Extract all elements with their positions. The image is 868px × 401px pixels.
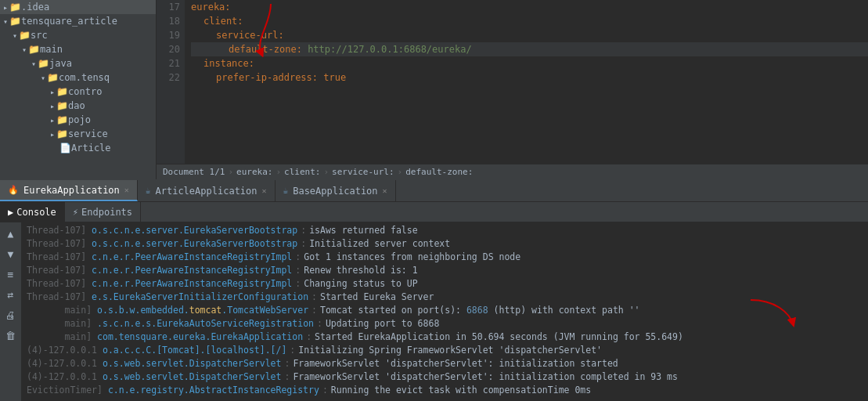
sidebar-item-label: tensquare_article xyxy=(21,16,117,27)
log-separator: : xyxy=(322,384,328,397)
log-message: Initialized server context xyxy=(309,237,450,251)
log-line: EvictionTimer] c.n.e.registry.AbstractIn… xyxy=(22,384,868,397)
sidebar-item-label: com.tensq xyxy=(59,72,110,83)
yaml-key: eureka: xyxy=(191,2,231,13)
sidebar-item-label: service xyxy=(68,128,108,139)
collapse-arrow xyxy=(13,31,17,40)
collapse-arrow xyxy=(50,88,55,96)
log-line: Thread-107] c.n.e.r.PeerAwareInstanceReg… xyxy=(22,277,868,291)
log-line: main] .s.c.n.e.s.EurekaAutoServiceRegist… xyxy=(22,317,868,331)
tab-bar: 🔥 EurekaApplication ✕ ☕ ArticleApplicati… xyxy=(0,180,868,202)
log-message: Initializing Spring FrameworkServlet 'di… xyxy=(298,344,602,357)
log-message: Started Eureka Server xyxy=(320,291,434,304)
sidebar-item-idea[interactable]: 📁 .idea xyxy=(0,0,156,14)
tab-close-eureka[interactable]: ✕ xyxy=(124,186,129,194)
collapse-arrow xyxy=(31,60,36,68)
scroll-down-button[interactable]: ▼ xyxy=(3,246,19,262)
log-line-tomcat: main] o.s.b.w.embedded.tomcat.TomcatWebS… xyxy=(22,304,868,317)
log-class: c.n.e.registry.AbstractInstanceRegistry xyxy=(108,384,319,397)
code-area[interactable]: eureka: client: service-url: default-zon… xyxy=(185,0,868,164)
sidebar-item-service[interactable]: 📁 service xyxy=(0,127,156,141)
sidebar-item-dao[interactable]: 📁 dao xyxy=(0,99,156,113)
tab-close-base[interactable]: ✕ xyxy=(383,186,387,195)
log-line: main] com.tensquare.eureka.EurekaApplica… xyxy=(22,331,868,344)
yaml-value: http://127.0.0.1:6868/eureka/ xyxy=(302,44,472,55)
sidebar-item-src[interactable]: 📁 src xyxy=(0,28,156,42)
tab-endpoints[interactable]: ⚡ Endpoints xyxy=(65,202,141,222)
log-separator: : xyxy=(295,277,301,291)
sidebar-item-pojo[interactable]: 📁 pojo xyxy=(0,113,156,127)
log-thread: Thread-107] xyxy=(27,237,86,251)
endpoints-tab-label: Endpoints xyxy=(81,207,132,218)
print-button[interactable]: 🖨 xyxy=(3,307,19,323)
log-thread: main] xyxy=(27,331,92,344)
folder-icon: 📁 xyxy=(56,114,68,125)
log-thread: Thread-107] xyxy=(27,277,86,291)
log-message: Running the evict task with compensation… xyxy=(331,384,591,397)
yaml-value: true xyxy=(318,72,346,83)
breadcrumb-service-url: service-url: xyxy=(332,167,394,177)
log-separator: : xyxy=(301,224,306,237)
tab-icon-base: ☕ xyxy=(283,186,289,196)
log-thread: (4)-127.0.0.1 xyxy=(27,357,97,370)
log-thread: main] xyxy=(27,304,92,317)
log-separator: : xyxy=(295,264,301,277)
breadcrumb-separator: › xyxy=(276,167,281,177)
log-class: c.n.e.r.PeerAwareInstanceRegistryImpl xyxy=(92,251,292,264)
log-class: o.s.web.servlet.DispatcherServlet xyxy=(103,357,281,370)
tab-icon-article: ☕ xyxy=(146,186,151,196)
tab-close-article[interactable]: ✕ xyxy=(262,186,267,195)
clear-button[interactable]: 🗑 xyxy=(3,327,19,343)
log-class: o.a.c.c.C.[Tomcat].[localhost].[/] xyxy=(103,344,286,357)
log-line: Thread-107] o.s.c.n.e.server.EurekaServe… xyxy=(22,237,868,251)
log-message: Tomcat started on port(s): 6868 (http) w… xyxy=(320,304,640,317)
log-separator: : xyxy=(312,291,317,304)
log-class: o.s.web.servlet.DispatcherServlet xyxy=(103,370,281,384)
breadcrumb-separator: › xyxy=(228,167,233,177)
log-separator: : xyxy=(306,331,312,344)
folder-icon: 📁 xyxy=(56,128,68,139)
log-separator: : xyxy=(301,237,306,251)
folder-icon: 📁 xyxy=(9,16,21,27)
log-class: com.tensquare.eureka.EurekaApplication xyxy=(97,331,303,344)
log-message: FrameworkServlet 'dispatcherServlet': in… xyxy=(293,357,618,370)
tab-console[interactable]: ▶ Console xyxy=(0,202,65,222)
format-button[interactable]: ≡ xyxy=(3,266,19,282)
endpoints-icon: ⚡ xyxy=(73,207,78,218)
sidebar-item-com[interactable]: 📁 com.tensq xyxy=(0,70,156,85)
sidebar-item-label: .idea xyxy=(21,2,49,13)
console-output[interactable]: Thread-107] o.s.c.n.e.server.EurekaServe… xyxy=(22,222,868,401)
collapse-arrow xyxy=(50,102,55,110)
log-thread: EvictionTimer] xyxy=(27,384,103,397)
editor: 17 18 19 20 21 22 eureka: xyxy=(157,0,868,179)
log-line: Thread-107] c.n.e.r.PeerAwareInstanceReg… xyxy=(22,251,868,264)
log-class: o.s.b.w.embedded.tomcat.TomcatWebServer xyxy=(97,304,308,317)
sidebar-item-main[interactable]: 📁 main xyxy=(0,42,156,56)
collapse-arrow xyxy=(3,3,8,12)
code-line-20: default-zone: http://127.0.0.1:6868/eure… xyxy=(191,42,868,56)
collapse-arrow xyxy=(3,17,8,26)
yaml-key: service-url: xyxy=(216,30,284,41)
tab-eureka[interactable]: 🔥 EurekaApplication ✕ xyxy=(0,180,138,201)
sidebar-item-label: main xyxy=(40,44,63,55)
console-toolbar: ▲ ▼ ≡ ⇄ 🖨 🗑 xyxy=(0,222,22,401)
sidebar-item-contro[interactable]: 📁 contro xyxy=(0,85,156,99)
log-message: Renew threshold is: 1 xyxy=(304,264,417,277)
console-icon: ▶ xyxy=(8,207,13,218)
scroll-up-button[interactable]: ▲ xyxy=(3,226,19,241)
tab-article[interactable]: ☕ ArticleApplication ✕ xyxy=(138,180,276,201)
sidebar-item-tensquare[interactable]: 📁 tensquare_article xyxy=(0,14,156,28)
sidebar-item-java[interactable]: 📁 java xyxy=(0,56,156,70)
sidebar-item-article[interactable]: 📄 Article xyxy=(0,141,156,155)
code-line-22: prefer-ip-address: true xyxy=(191,70,868,85)
yaml-key: client: xyxy=(203,16,243,27)
tab-base[interactable]: ☕ BaseApplication ✕ xyxy=(276,180,396,201)
code-line-19: service-url: xyxy=(191,28,868,42)
wrap-button[interactable]: ⇄ xyxy=(3,287,19,302)
tab-icon-eureka: 🔥 xyxy=(8,185,19,195)
editor-content: 17 18 19 20 21 22 eureka: xyxy=(157,0,868,164)
breadcrumb: Document 1/1 › eureka: › client: › servi… xyxy=(157,164,868,179)
folder-icon: 📁 xyxy=(9,2,21,13)
log-thread: (4)-127.0.0.1 xyxy=(27,344,97,357)
sidebar-item-label: Article xyxy=(71,143,111,154)
